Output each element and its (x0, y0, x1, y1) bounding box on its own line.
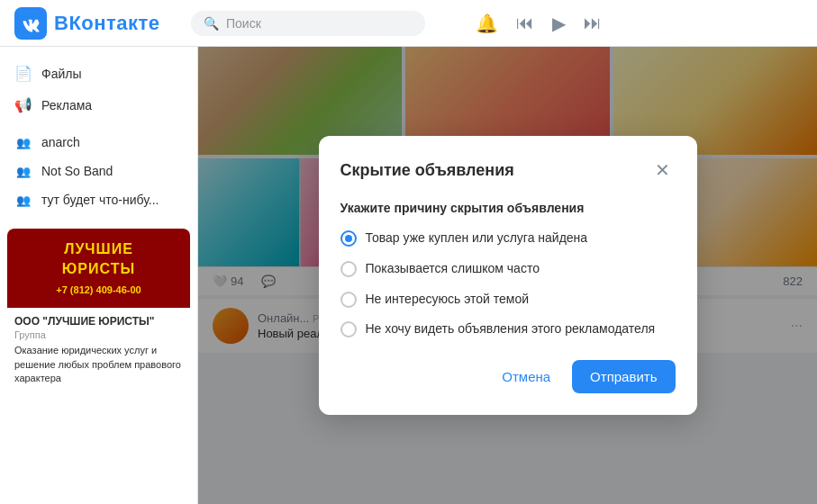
radio-item-too-often[interactable]: Показывается слишком часто (340, 260, 676, 278)
radio-bought-label: Товар уже куплен или услуга найдена (366, 230, 588, 248)
sidebar-item-ads[interactable]: 📢 Реклама (0, 89, 197, 121)
hide-ad-modal: Скрытие объявления ✕ Укажите причину скр… (319, 136, 697, 414)
vk-brand-text: ВКонтакте (54, 12, 160, 35)
radio-no-ads[interactable] (340, 321, 357, 338)
content-area: 🤍 94 💬 822 Онлайн... Реклам... Новый реа… (198, 47, 817, 504)
files-icon: 📄 (14, 65, 32, 82)
radio-item-no-ads[interactable]: Не хочу видеть объявления этого рекламод… (340, 320, 676, 338)
main-layout: 📄 Файлы 📢 Реклама 👥 anarch 👥 Not So Band… (0, 47, 817, 504)
sidebar-group-not-so-band-label: Not So Band (41, 164, 113, 178)
modal-header: Скрытие объявления ✕ (340, 158, 676, 183)
sidebar: 📄 Файлы 📢 Реклама 👥 anarch 👥 Not So Band… (0, 47, 198, 504)
ad-banner: ЛУЧШИЕ ЮРИСТЫ +7 (812) 409-46-00 (7, 229, 190, 308)
ad-info: ООО "ЛУЧШИЕ ЮРИСТЫ" Группа Оказание юрид… (7, 308, 190, 392)
submit-button[interactable]: Отправить (572, 360, 675, 393)
group-icon-anarch: 👥 (14, 136, 32, 149)
sidebar-groups-section: 👥 anarch 👥 Not So Band 👥 тут будет что-н… (0, 128, 197, 214)
sidebar-item-tut-budet[interactable]: 👥 тут будет что-нибу... (0, 185, 197, 214)
radio-bought[interactable] (340, 230, 357, 247)
radio-too-often[interactable] (340, 261, 357, 277)
sidebar-item-not-so-band[interactable]: 👥 Not So Band (0, 157, 197, 185)
modal-overlay: Скрытие объявления ✕ Укажите причину скр… (198, 47, 817, 504)
ad-banner-line2: ЮРИСТЫ (14, 259, 183, 279)
radio-item-bought[interactable]: Товар уже куплен или услуга найдена (340, 230, 676, 248)
ad-banner-line1: ЛУЧШИЕ (14, 239, 183, 259)
sidebar-item-files-label: Файлы (41, 67, 81, 81)
radio-too-often-label: Показывается слишком часто (366, 260, 540, 278)
search-bar[interactable]: 🔍 (191, 11, 425, 36)
ad-description: Оказание юридических услуг и решение люб… (14, 344, 183, 385)
modal-title: Скрытие объявления (340, 161, 514, 180)
vk-icon (14, 7, 47, 40)
group-icon-tut-budet: 👥 (14, 194, 32, 207)
modal-close-button[interactable]: ✕ (650, 158, 676, 183)
search-input[interactable] (226, 16, 413, 31)
ads-icon: 📢 (14, 96, 32, 113)
header: ВКонтакте 🔍 🔔 ⏮ ▶ ⏭ (0, 0, 817, 47)
vk-logo-svg (21, 14, 41, 33)
next-track-icon[interactable]: ⏭ (584, 13, 602, 33)
sidebar-item-anarch[interactable]: 👥 anarch (0, 128, 197, 157)
vk-logo: ВКонтакте (14, 7, 177, 40)
sidebar-group-anarch-label: anarch (41, 135, 80, 149)
play-icon[interactable]: ▶ (552, 13, 566, 34)
ad-phone: +7 (812) 409-46-00 (14, 284, 183, 297)
radio-item-not-interested[interactable]: Не интересуюсь этой темой (340, 291, 676, 309)
notifications-icon[interactable]: 🔔 (476, 13, 498, 34)
modal-subtitle: Укажите причину скрытия объявления (340, 201, 676, 215)
reason-radio-group: Товар уже куплен или услуга найдена Пока… (340, 230, 676, 338)
radio-no-ads-label: Не хочу видеть объявления этого рекламод… (366, 320, 656, 338)
sidebar-item-ads-label: Реклама (41, 98, 92, 112)
ad-card: ЛУЧШИЕ ЮРИСТЫ +7 (812) 409-46-00 ООО "ЛУ… (7, 229, 190, 392)
header-icons: 🔔 ⏮ ▶ ⏭ (476, 13, 602, 34)
radio-not-interested-label: Не интересуюсь этой темой (366, 291, 530, 309)
sidebar-group-tut-budet-label: тут будет что-нибу... (41, 193, 159, 207)
search-icon: 🔍 (204, 16, 219, 31)
sidebar-ad-block: ЛУЧШИЕ ЮРИСТЫ +7 (812) 409-46-00 ООО "ЛУ… (7, 229, 190, 392)
sidebar-item-files[interactable]: 📄 Файлы (0, 58, 197, 89)
group-icon-not-so-band: 👥 (14, 165, 32, 178)
radio-not-interested[interactable] (340, 292, 357, 308)
ad-title: ООО "ЛУЧШИЕ ЮРИСТЫ" (14, 315, 183, 328)
ad-subtitle: Группа (14, 329, 183, 340)
cancel-button[interactable]: Отмена (491, 362, 561, 392)
modal-actions: Отмена Отправить (340, 360, 676, 393)
prev-track-icon[interactable]: ⏮ (516, 13, 534, 33)
